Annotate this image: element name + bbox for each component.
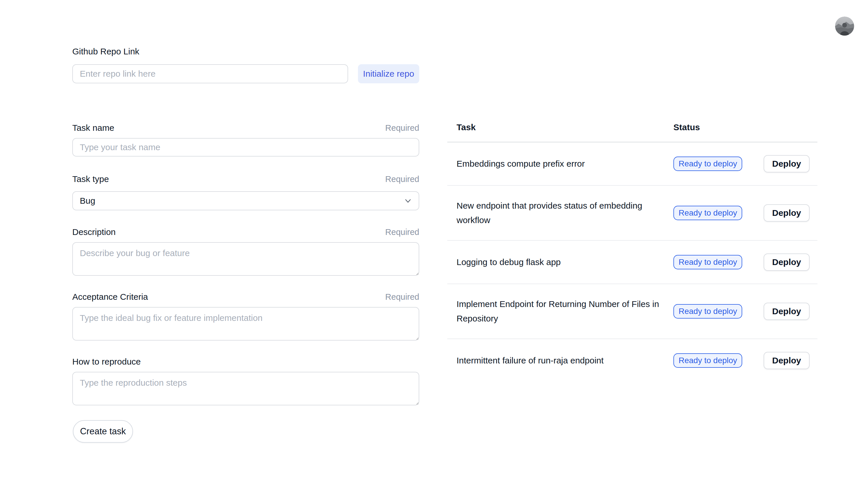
required-badge: Required	[385, 228, 419, 237]
deploy-button[interactable]: Deploy	[764, 303, 810, 320]
table-row: Intermittent failure of run-raja endpoin…	[447, 339, 817, 382]
status-badge: Ready to deploy	[674, 206, 742, 220]
status-badge: Ready to deploy	[674, 156, 742, 171]
description-textarea[interactable]	[72, 242, 419, 276]
description-label: Description	[72, 227, 116, 237]
task-type-label: Task type	[72, 174, 109, 184]
repo-link-label: Github Repo Link	[72, 47, 140, 56]
deploy-button[interactable]: Deploy	[764, 253, 810, 271]
required-badge: Required	[385, 292, 419, 302]
task-name-label: Task name	[72, 123, 114, 133]
task-title: New endpoint that provides status of emb…	[457, 199, 674, 228]
column-header-task: Task	[457, 120, 674, 135]
create-task-button[interactable]: Create task	[73, 420, 133, 443]
chevron-down-icon	[404, 197, 412, 205]
task-name-input[interactable]	[72, 138, 419, 156]
table-row: New endpoint that provides status of emb…	[447, 186, 817, 241]
deploy-button[interactable]: Deploy	[764, 155, 810, 173]
user-avatar[interactable]	[835, 17, 854, 36]
table-row: Logging to debug flask app Ready to depl…	[447, 241, 817, 284]
table-row: Implement Endpoint for Returning Number …	[447, 284, 817, 339]
repo-link-input[interactable]	[72, 64, 348, 83]
task-table: Task Status Embeddings compute prefix er…	[447, 117, 817, 382]
user-avatar-photo	[835, 17, 854, 36]
status-badge: Ready to deploy	[674, 255, 742, 269]
deploy-button[interactable]: Deploy	[764, 352, 810, 369]
status-badge: Ready to deploy	[674, 353, 742, 368]
initialize-repo-button[interactable]: Initialize repo	[358, 64, 419, 83]
required-badge: Required	[385, 123, 419, 133]
table-header: Task Status	[447, 117, 817, 142]
acceptance-criteria-textarea[interactable]	[72, 307, 419, 340]
task-title: Implement Endpoint for Returning Number …	[457, 297, 674, 326]
how-to-reproduce-textarea[interactable]	[72, 372, 419, 406]
table-row: Embeddings compute prefix error Ready to…	[447, 142, 817, 186]
task-title: Logging to debug flask app	[457, 255, 674, 269]
how-to-reproduce-label: How to reproduce	[72, 357, 141, 366]
task-title: Intermittent failure of run-raja endpoin…	[457, 353, 674, 368]
status-badge: Ready to deploy	[674, 304, 742, 319]
acceptance-criteria-label: Acceptance Criteria	[72, 292, 148, 302]
deploy-button[interactable]: Deploy	[764, 204, 810, 221]
task-type-selected-value: Bug	[80, 196, 95, 206]
column-header-status: Status	[674, 120, 764, 135]
required-badge: Required	[385, 175, 419, 184]
task-type-select[interactable]: Bug	[72, 191, 419, 210]
task-title: Embeddings compute prefix error	[457, 156, 674, 171]
